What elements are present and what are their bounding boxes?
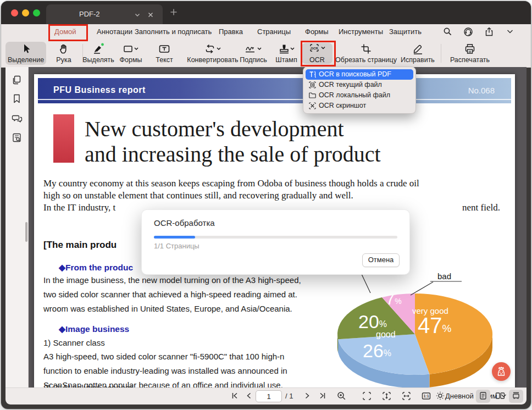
toolbar-separator — [441, 44, 441, 63]
tab-chevron-down-icon[interactable] — [134, 12, 141, 18]
menu-annotations[interactable]: Аннотации — [97, 27, 132, 36]
body-line: function to enable industry-leading was … — [43, 366, 287, 375]
search-document-icon[interactable] — [12, 132, 22, 143]
text-box-icon — [151, 42, 178, 56]
body-line: A3 high-speed, two sided color scanner "… — [43, 352, 284, 361]
page-total-label: / 1 — [285, 392, 293, 400]
menu-edit[interactable]: Правка — [219, 27, 243, 36]
scan-document-icon — [308, 81, 317, 89]
text-tool-button[interactable]: Текст — [151, 41, 178, 65]
body-line: two sided color scanner that achieved a … — [43, 290, 297, 299]
day-mode-sun-icon[interactable] — [435, 391, 445, 401]
statusbar: / 1 1:1 Дневной режим — [5, 387, 527, 405]
last-page-button[interactable] — [318, 391, 328, 401]
menu-item-ocr-current-file[interactable]: OCR текущий файл — [306, 80, 413, 90]
menu-item-ocr-local-file[interactable]: OCR локальный файл — [306, 90, 413, 101]
single-page-view-button[interactable] — [478, 391, 488, 401]
fit-width-icon[interactable] — [401, 391, 412, 401]
dialog-title: OCR-обработка — [154, 218, 215, 228]
slice-value-bad: 7% — [386, 290, 402, 308]
continuous-scroll-view-button[interactable] — [511, 391, 521, 401]
body-paragraph-line: high so on unstable element that continu… — [43, 190, 353, 201]
shapes-tool-button[interactable]: Формы — [114, 41, 148, 65]
menu-item-ocr-screenshot[interactable]: OCR скриншот — [306, 101, 413, 111]
menu-fill-sign[interactable]: Заполнить и подписать — [135, 27, 212, 36]
select-tool-button[interactable]: Выделение — [7, 41, 45, 65]
menu-pages[interactable]: Страницы — [257, 27, 291, 36]
new-tab-button[interactable] — [169, 8, 178, 16]
close-window-button[interactable] — [11, 9, 18, 16]
previous-page-button[interactable] — [244, 391, 254, 401]
annotation-box-home — [48, 24, 88, 41]
support-icon[interactable] — [463, 27, 473, 37]
signature-icon — [235, 42, 272, 56]
progress-bar-fill — [154, 236, 195, 239]
page-thumbnails-icon[interactable] — [12, 75, 22, 85]
share-icon[interactable] — [484, 27, 494, 37]
tab-title: PDF-2 — [79, 10, 100, 18]
print-button[interactable]: Распечатать — [445, 41, 495, 65]
comments-icon[interactable] — [12, 113, 23, 124]
app-window: PDF-2 Домой Аннотации Заполнить и подпис… — [0, 0, 532, 410]
stamp-tool-button[interactable]: Штамп — [271, 41, 301, 65]
hand-tool-button[interactable]: Рука — [49, 41, 78, 65]
menu-item-ocr-searchable-pdf[interactable]: OCR в поисковый PDF — [306, 69, 413, 80]
annotation-box-ocr — [301, 41, 336, 67]
next-page-button[interactable] — [302, 391, 312, 401]
highlight-tool-button[interactable]: Выделять — [79, 41, 118, 65]
convert-tool-button[interactable]: Конвертировать — [182, 41, 243, 65]
actual-size-icon[interactable]: 1:1 — [421, 391, 431, 401]
tab-close-icon[interactable] — [147, 12, 154, 18]
sidebar-scrollbar[interactable] — [25, 222, 27, 242]
redact-button[interactable]: Исправить — [398, 41, 437, 65]
printer-icon — [445, 42, 495, 56]
headline-line1: New customer's development — [85, 116, 344, 142]
highlighter-icon — [79, 42, 118, 56]
progress-caption: 1/1 Страницы — [154, 242, 199, 250]
shape-rect-icon — [114, 42, 148, 56]
header-divider-line — [38, 99, 511, 100]
toolbar: Выделение Рука Выделять Формы Текст Конв… — [1, 40, 531, 68]
crop-page-button[interactable]: Обрезать страницу — [335, 41, 397, 65]
headline-line2: and increasing the sale of product — [85, 141, 381, 167]
bookmarks-icon[interactable] — [12, 93, 22, 104]
menu-protect[interactable]: Защитить — [389, 27, 422, 36]
svg-text:1:1: 1:1 — [423, 394, 429, 398]
convert-arrows-icon — [182, 42, 243, 56]
zoom-in-icon[interactable] — [336, 391, 347, 401]
zoom-window-button[interactable] — [33, 9, 40, 16]
body-paragraph-fragment: nent field. — [462, 202, 500, 213]
search-icon[interactable] — [443, 27, 452, 36]
fit-page-icon[interactable] — [362, 391, 372, 401]
minimize-window-button[interactable] — [22, 9, 29, 16]
ocr-progress-dialog: OCR-обработка 1/1 Страницы Отмена — [141, 209, 410, 275]
subsection-heading: ◆From the produc — [59, 263, 133, 273]
assistant-robot-button[interactable] — [492, 362, 511, 381]
collapse-toolbar-chevron-icon[interactable] — [506, 27, 514, 36]
body-paragraph-line: My country economy at this season keeps … — [43, 178, 419, 189]
two-page-view-button[interactable] — [495, 391, 506, 401]
body-line: 1) Scanner class — [43, 338, 105, 347]
report-number: No.068 — [468, 86, 495, 95]
page-number-input[interactable] — [256, 390, 282, 402]
cancel-button[interactable]: Отмена — [362, 253, 400, 267]
callout-line-bad — [411, 282, 433, 295]
menu-tools[interactable]: Инструменты — [339, 27, 383, 36]
robot-icon — [492, 362, 511, 381]
screenshot-capture-icon — [308, 102, 317, 110]
subsection-heading: ◆Image business — [59, 324, 129, 334]
pie-chart: bad usually very good 47% 7% 20% good 26… — [330, 261, 511, 390]
fit-height-icon[interactable] — [381, 391, 392, 401]
report-title: PFU Business report — [53, 85, 146, 95]
headline-accent-bar — [53, 114, 74, 163]
first-page-button[interactable] — [230, 391, 240, 401]
document-tab[interactable]: PDF-2 — [46, 4, 163, 24]
signature-tool-button[interactable]: Подпись — [235, 41, 272, 65]
ocr-dropdown-menu: OCR в поисковый PDF OCR текущий файл OCR… — [303, 67, 416, 114]
crop-icon — [335, 42, 397, 56]
cursor-arrow-icon — [7, 42, 45, 56]
body-line: wroom was established in United States, … — [43, 304, 292, 313]
folder-icon — [308, 91, 317, 99]
menu-forms[interactable]: Формы — [305, 27, 329, 36]
body-line: In the image business, the new model tur… — [43, 275, 301, 285]
